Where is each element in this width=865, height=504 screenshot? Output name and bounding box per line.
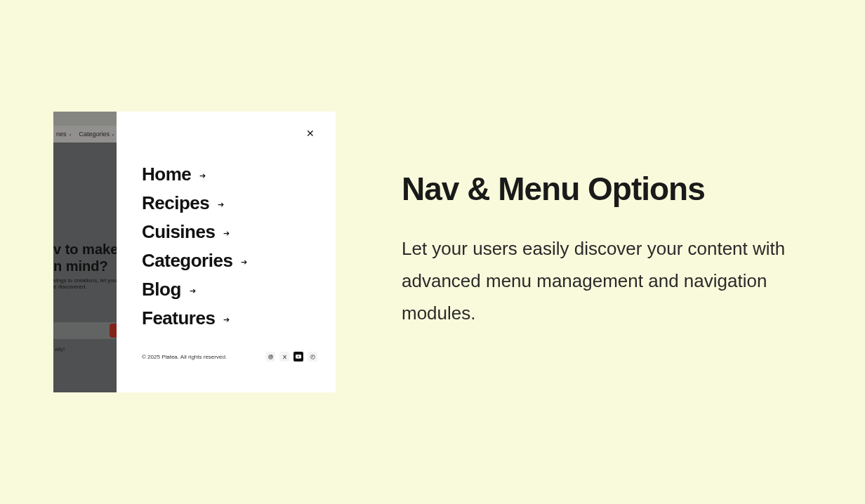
menu-item-label: Recipes [142,192,209,214]
close-button[interactable]: ✕ [306,128,315,138]
site-nav-bar: nes ⌄ Categories ⌄ [53,126,117,142]
hero-heading-line: n mind? [53,258,108,274]
arrow-right-icon: ➔ [241,258,247,267]
hero-background: v to make n mind? vings to creations, le… [53,142,117,392]
nav-item-label: Categories [79,131,110,138]
menu-item-features[interactable]: Features ➔ [142,307,247,329]
arrow-right-icon: ➔ [218,200,224,209]
nav-drawer: ✕ Home ➔ Recipes ➔ Cuisines ➔ Categories… [117,112,336,392]
drawer-footer: © 2025 Platea. All rights reserved. [142,352,317,362]
menu-item-recipes[interactable]: Recipes ➔ [142,192,247,214]
hero-subheading-line: vings to creations, let you [53,277,117,284]
menu-item-label: Features [142,307,215,329]
section-title: Nav & Menu Options [402,171,795,207]
drawer-menu: Home ➔ Recipes ➔ Cuisines ➔ Categories ➔… [142,164,247,336]
close-icon: ✕ [306,128,315,139]
menu-item-home[interactable]: Home ➔ [142,164,247,185]
youtube-icon[interactable] [293,352,303,362]
hero-heading-line: v to make [53,241,118,257]
instagram-icon[interactable] [265,352,275,362]
menu-item-cuisines[interactable]: Cuisines ➔ [142,221,247,243]
svg-point-1 [270,356,271,357]
hero-subheading: vings to creations, let you e discovered… [53,277,117,290]
x-icon[interactable] [279,352,289,362]
menu-item-label: Categories [142,250,232,272]
hero-heading: v to make n mind? [53,241,118,274]
search-input[interactable] [53,322,117,339]
menu-item-blog[interactable]: Blog ➔ [142,279,247,300]
menu-item-label: Cuisines [142,221,215,243]
hero-subheading-line: e discovered. [53,284,87,290]
chevron-down-icon: ⌄ [111,131,115,137]
nav-item-fragment[interactable]: nes ⌄ [56,131,72,138]
arrow-right-icon: ➔ [199,171,206,180]
svg-point-2 [271,355,272,356]
arrow-right-icon: ➔ [223,229,230,238]
nav-item-label: nes [56,131,67,138]
arrow-right-icon: ➔ [190,286,196,296]
hero-tag: ally! [55,346,65,352]
menu-item-categories[interactable]: Categories ➔ [142,250,247,272]
screenshot-preview: nes ⌄ Categories ⌄ v to make n mind? vin… [53,112,336,392]
section-description: Let your users easily discover your cont… [402,232,795,330]
chevron-down-icon: ⌄ [68,131,72,137]
site-background: nes ⌄ Categories ⌄ v to make n mind? vin… [53,112,117,392]
menu-item-label: Blog [142,279,181,300]
arrow-right-icon: ➔ [223,315,230,324]
top-utility-bar [53,112,117,126]
pinterest-icon[interactable] [308,352,317,362]
menu-item-label: Home [142,164,191,185]
social-links [265,352,317,362]
copyright-text: © 2025 Platea. All rights reserved. [142,354,227,360]
nav-item-categories[interactable]: Categories ⌄ [79,131,116,138]
